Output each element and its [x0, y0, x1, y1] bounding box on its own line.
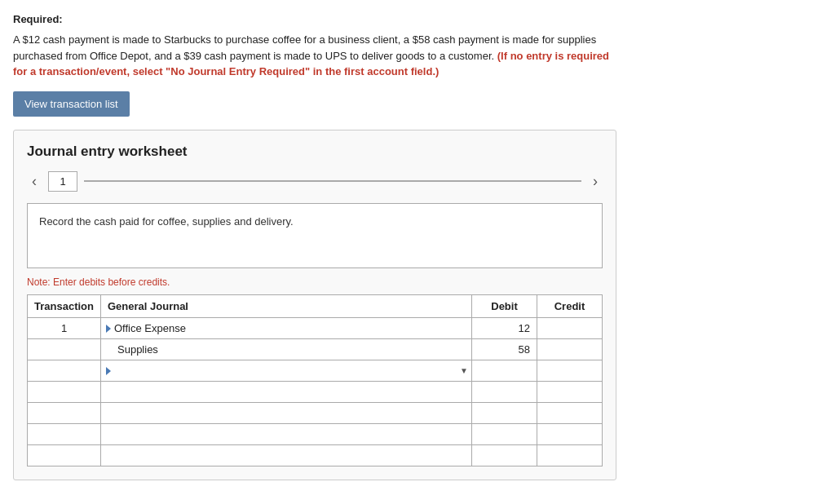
col-transaction: Transaction — [28, 294, 101, 317]
table-row: ▼ — [28, 360, 603, 381]
row-triangle-icon — [106, 367, 111, 375]
worksheet-title: Journal entry worksheet — [27, 144, 603, 160]
transaction-description: Record the cash paid for coffee, supplie… — [27, 203, 603, 268]
col-debit: Debit — [472, 294, 537, 317]
cell-transaction: 1 — [28, 317, 101, 338]
cell-debit[interactable] — [472, 360, 537, 381]
next-tab-button[interactable]: › — [588, 171, 603, 192]
cell-journal[interactable] — [101, 444, 472, 466]
row-triangle-icon — [106, 325, 111, 333]
dropdown-icon[interactable]: ▼ — [460, 366, 468, 375]
cell-debit[interactable]: 12 — [472, 317, 537, 338]
prev-tab-button[interactable]: ‹ — [27, 171, 42, 192]
cell-journal[interactable]: Supplies — [101, 338, 472, 360]
cell-credit[interactable] — [537, 381, 603, 402]
cell-transaction — [28, 360, 101, 381]
cell-debit[interactable]: 58 — [472, 338, 537, 360]
cell-journal[interactable]: ▼ — [101, 360, 472, 381]
journal-table: Transaction General Journal Debit Credit… — [27, 294, 603, 466]
cell-debit[interactable] — [472, 402, 537, 423]
cell-credit[interactable] — [537, 360, 603, 381]
cell-transaction — [28, 381, 101, 402]
cell-transaction — [28, 402, 101, 423]
cell-credit[interactable] — [537, 317, 603, 338]
cell-journal[interactable] — [101, 381, 472, 402]
cell-credit[interactable] — [537, 423, 603, 444]
table-row — [28, 444, 603, 466]
nav-row: ‹ 1 › — [27, 171, 603, 192]
table-row: 1Office Expense12 — [28, 317, 603, 338]
worksheet-container: Journal entry worksheet ‹ 1 › Record the… — [13, 130, 616, 480]
description-text: A $12 cash payment is made to Starbucks … — [13, 32, 616, 80]
note-text: Note: Enter debits before credits. — [27, 276, 603, 288]
cell-credit[interactable] — [537, 444, 603, 466]
cell-transaction — [28, 444, 101, 466]
table-header-row: Transaction General Journal Debit Credit — [28, 294, 603, 317]
col-general-journal: General Journal — [101, 294, 472, 317]
cell-transaction — [28, 338, 101, 360]
cell-journal[interactable] — [101, 402, 472, 423]
cell-debit[interactable] — [472, 423, 537, 444]
table-row — [28, 381, 603, 402]
cell-journal[interactable]: Office Expense — [101, 317, 472, 338]
cell-credit[interactable] — [537, 402, 603, 423]
view-transaction-list-button[interactable]: View transaction list — [13, 91, 130, 117]
current-tab: 1 — [48, 171, 77, 192]
cell-debit[interactable] — [472, 444, 537, 466]
col-credit: Credit — [537, 294, 603, 317]
cell-debit[interactable] — [472, 381, 537, 402]
table-row — [28, 402, 603, 423]
table-row: Supplies58 — [28, 338, 603, 360]
cell-credit[interactable] — [537, 338, 603, 360]
required-label: Required: — [13, 13, 822, 25]
table-row — [28, 423, 603, 444]
cell-transaction — [28, 423, 101, 444]
tab-line — [84, 180, 581, 182]
cell-journal[interactable] — [101, 423, 472, 444]
